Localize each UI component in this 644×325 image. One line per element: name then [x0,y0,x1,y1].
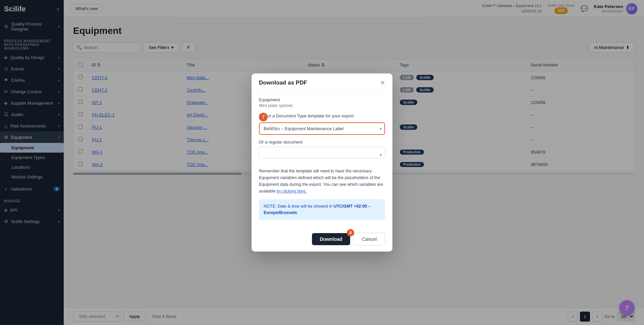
download-button-label: Download [320,236,342,242]
modal-subject-sub: Mini plate spinner [259,103,385,108]
cancel-button[interactable]: Cancel [354,233,385,246]
modal-overlay[interactable]: Download as PDF ✕ Equipment Mini plate s… [0,0,644,325]
modal-subject: Equipment [259,97,385,102]
modal-note: NOTE: Date & time will be showed in UTC/… [259,199,385,220]
modal-body: Equipment Mini plate spinner Select a Do… [252,91,392,228]
modal-footer: Download 8 Cancel [252,228,392,252]
download-pdf-modal: Download as PDF ✕ Equipment Mini plate s… [252,73,392,252]
step-7-badge: 7 [259,113,268,121]
regular-doc-label: Or a regular document [259,140,385,145]
modal-description: Remember that the template will need to … [259,168,385,195]
modal-close-button[interactable]: ✕ [380,80,385,86]
regular-doc-select[interactable] [259,147,385,158]
step-8-badge: 8 [347,229,354,236]
download-button[interactable]: Download 8 [312,233,351,245]
document-type-select[interactable]: BeNISm – Equipment Maintenance Label [259,122,385,135]
variables-link[interactable]: by clicking here. [277,189,307,194]
modal-select-label: Select a Document Type template for your… [259,113,354,118]
regular-doc-select-wrap: ▾ [259,147,385,163]
modal-header: Download as PDF ✕ [252,73,392,91]
modal-title: Download as PDF [259,79,307,86]
document-type-select-wrap: BeNISm – Equipment Maintenance Label ▾ [259,122,385,135]
